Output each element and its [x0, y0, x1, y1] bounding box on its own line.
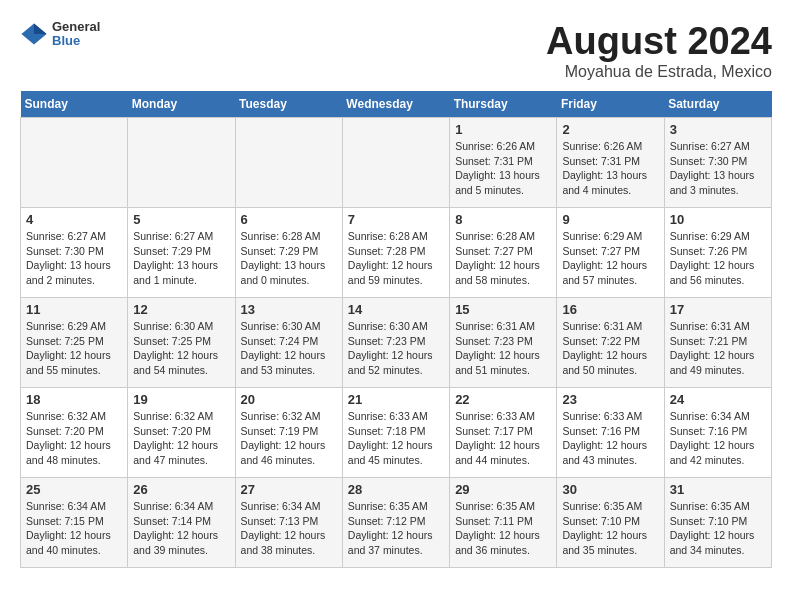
day-number: 4	[26, 212, 122, 227]
day-info: Sunrise: 6:35 AMSunset: 7:11 PMDaylight:…	[455, 499, 551, 558]
calendar-cell: 2Sunrise: 6:26 AMSunset: 7:31 PMDaylight…	[557, 118, 664, 208]
calendar-cell: 12Sunrise: 6:30 AMSunset: 7:25 PMDayligh…	[128, 298, 235, 388]
calendar-cell: 8Sunrise: 6:28 AMSunset: 7:27 PMDaylight…	[450, 208, 557, 298]
logo: General Blue	[20, 20, 100, 49]
calendar-cell: 16Sunrise: 6:31 AMSunset: 7:22 PMDayligh…	[557, 298, 664, 388]
day-number: 15	[455, 302, 551, 317]
week-row-4: 18Sunrise: 6:32 AMSunset: 7:20 PMDayligh…	[21, 388, 772, 478]
day-number: 19	[133, 392, 229, 407]
page-title: August 2024	[546, 20, 772, 63]
calendar-cell: 7Sunrise: 6:28 AMSunset: 7:28 PMDaylight…	[342, 208, 449, 298]
weekday-header-tuesday: Tuesday	[235, 91, 342, 118]
day-number: 29	[455, 482, 551, 497]
page-subtitle: Moyahua de Estrada, Mexico	[546, 63, 772, 81]
day-number: 10	[670, 212, 766, 227]
day-info: Sunrise: 6:30 AMSunset: 7:24 PMDaylight:…	[241, 319, 337, 378]
calendar-cell: 25Sunrise: 6:34 AMSunset: 7:15 PMDayligh…	[21, 478, 128, 568]
day-info: Sunrise: 6:31 AMSunset: 7:23 PMDaylight:…	[455, 319, 551, 378]
day-number: 13	[241, 302, 337, 317]
day-info: Sunrise: 6:33 AMSunset: 7:18 PMDaylight:…	[348, 409, 444, 468]
day-number: 14	[348, 302, 444, 317]
calendar-cell: 4Sunrise: 6:27 AMSunset: 7:30 PMDaylight…	[21, 208, 128, 298]
day-info: Sunrise: 6:29 AMSunset: 7:25 PMDaylight:…	[26, 319, 122, 378]
day-number: 2	[562, 122, 658, 137]
day-number: 12	[133, 302, 229, 317]
title-block: August 2024 Moyahua de Estrada, Mexico	[546, 20, 772, 81]
day-number: 31	[670, 482, 766, 497]
calendar-cell: 1Sunrise: 6:26 AMSunset: 7:31 PMDaylight…	[450, 118, 557, 208]
day-info: Sunrise: 6:28 AMSunset: 7:29 PMDaylight:…	[241, 229, 337, 288]
calendar-cell: 11Sunrise: 6:29 AMSunset: 7:25 PMDayligh…	[21, 298, 128, 388]
calendar-cell: 29Sunrise: 6:35 AMSunset: 7:11 PMDayligh…	[450, 478, 557, 568]
week-row-2: 4Sunrise: 6:27 AMSunset: 7:30 PMDaylight…	[21, 208, 772, 298]
svg-marker-1	[34, 24, 47, 35]
day-info: Sunrise: 6:32 AMSunset: 7:20 PMDaylight:…	[133, 409, 229, 468]
day-number: 8	[455, 212, 551, 227]
day-info: Sunrise: 6:32 AMSunset: 7:19 PMDaylight:…	[241, 409, 337, 468]
day-info: Sunrise: 6:28 AMSunset: 7:27 PMDaylight:…	[455, 229, 551, 288]
day-info: Sunrise: 6:35 AMSunset: 7:12 PMDaylight:…	[348, 499, 444, 558]
day-number: 20	[241, 392, 337, 407]
calendar-table: SundayMondayTuesdayWednesdayThursdayFrid…	[20, 91, 772, 568]
weekday-header-saturday: Saturday	[664, 91, 771, 118]
calendar-cell	[21, 118, 128, 208]
day-info: Sunrise: 6:33 AMSunset: 7:17 PMDaylight:…	[455, 409, 551, 468]
day-info: Sunrise: 6:31 AMSunset: 7:22 PMDaylight:…	[562, 319, 658, 378]
day-info: Sunrise: 6:29 AMSunset: 7:27 PMDaylight:…	[562, 229, 658, 288]
day-info: Sunrise: 6:27 AMSunset: 7:30 PMDaylight:…	[26, 229, 122, 288]
weekday-header-thursday: Thursday	[450, 91, 557, 118]
day-info: Sunrise: 6:26 AMSunset: 7:31 PMDaylight:…	[455, 139, 551, 198]
day-number: 26	[133, 482, 229, 497]
calendar-cell: 15Sunrise: 6:31 AMSunset: 7:23 PMDayligh…	[450, 298, 557, 388]
calendar-cell: 22Sunrise: 6:33 AMSunset: 7:17 PMDayligh…	[450, 388, 557, 478]
calendar-cell: 13Sunrise: 6:30 AMSunset: 7:24 PMDayligh…	[235, 298, 342, 388]
day-number: 7	[348, 212, 444, 227]
week-row-1: 1Sunrise: 6:26 AMSunset: 7:31 PMDaylight…	[21, 118, 772, 208]
calendar-cell: 23Sunrise: 6:33 AMSunset: 7:16 PMDayligh…	[557, 388, 664, 478]
weekday-header-monday: Monday	[128, 91, 235, 118]
day-info: Sunrise: 6:29 AMSunset: 7:26 PMDaylight:…	[670, 229, 766, 288]
day-number: 18	[26, 392, 122, 407]
calendar-cell: 9Sunrise: 6:29 AMSunset: 7:27 PMDaylight…	[557, 208, 664, 298]
page-header: General Blue August 2024 Moyahua de Estr…	[20, 20, 772, 81]
calendar-cell: 19Sunrise: 6:32 AMSunset: 7:20 PMDayligh…	[128, 388, 235, 478]
day-info: Sunrise: 6:34 AMSunset: 7:15 PMDaylight:…	[26, 499, 122, 558]
calendar-cell: 3Sunrise: 6:27 AMSunset: 7:30 PMDaylight…	[664, 118, 771, 208]
day-info: Sunrise: 6:27 AMSunset: 7:29 PMDaylight:…	[133, 229, 229, 288]
day-number: 25	[26, 482, 122, 497]
calendar-cell	[342, 118, 449, 208]
day-info: Sunrise: 6:28 AMSunset: 7:28 PMDaylight:…	[348, 229, 444, 288]
logo-blue: Blue	[52, 34, 100, 48]
day-number: 9	[562, 212, 658, 227]
day-info: Sunrise: 6:31 AMSunset: 7:21 PMDaylight:…	[670, 319, 766, 378]
calendar-cell	[128, 118, 235, 208]
weekday-header-row: SundayMondayTuesdayWednesdayThursdayFrid…	[21, 91, 772, 118]
day-number: 24	[670, 392, 766, 407]
day-info: Sunrise: 6:27 AMSunset: 7:30 PMDaylight:…	[670, 139, 766, 198]
day-info: Sunrise: 6:35 AMSunset: 7:10 PMDaylight:…	[562, 499, 658, 558]
calendar-cell: 14Sunrise: 6:30 AMSunset: 7:23 PMDayligh…	[342, 298, 449, 388]
calendar-cell: 24Sunrise: 6:34 AMSunset: 7:16 PMDayligh…	[664, 388, 771, 478]
calendar-cell: 5Sunrise: 6:27 AMSunset: 7:29 PMDaylight…	[128, 208, 235, 298]
week-row-3: 11Sunrise: 6:29 AMSunset: 7:25 PMDayligh…	[21, 298, 772, 388]
week-row-5: 25Sunrise: 6:34 AMSunset: 7:15 PMDayligh…	[21, 478, 772, 568]
weekday-header-wednesday: Wednesday	[342, 91, 449, 118]
day-info: Sunrise: 6:32 AMSunset: 7:20 PMDaylight:…	[26, 409, 122, 468]
day-number: 22	[455, 392, 551, 407]
calendar-cell: 21Sunrise: 6:33 AMSunset: 7:18 PMDayligh…	[342, 388, 449, 478]
calendar-cell: 6Sunrise: 6:28 AMSunset: 7:29 PMDaylight…	[235, 208, 342, 298]
calendar-cell: 17Sunrise: 6:31 AMSunset: 7:21 PMDayligh…	[664, 298, 771, 388]
calendar-cell: 28Sunrise: 6:35 AMSunset: 7:12 PMDayligh…	[342, 478, 449, 568]
calendar-cell: 18Sunrise: 6:32 AMSunset: 7:20 PMDayligh…	[21, 388, 128, 478]
weekday-header-friday: Friday	[557, 91, 664, 118]
day-number: 1	[455, 122, 551, 137]
calendar-cell: 31Sunrise: 6:35 AMSunset: 7:10 PMDayligh…	[664, 478, 771, 568]
day-info: Sunrise: 6:30 AMSunset: 7:25 PMDaylight:…	[133, 319, 229, 378]
day-number: 3	[670, 122, 766, 137]
day-info: Sunrise: 6:34 AMSunset: 7:13 PMDaylight:…	[241, 499, 337, 558]
logo-icon	[20, 20, 48, 48]
day-info: Sunrise: 6:33 AMSunset: 7:16 PMDaylight:…	[562, 409, 658, 468]
day-info: Sunrise: 6:34 AMSunset: 7:14 PMDaylight:…	[133, 499, 229, 558]
logo-text: General Blue	[52, 20, 100, 49]
day-number: 6	[241, 212, 337, 227]
